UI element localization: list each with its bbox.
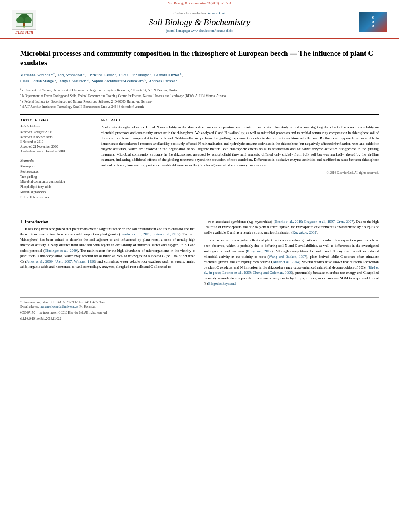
svg-point-2 <box>16 17 24 23</box>
author-stange: Claus Florian Stange <box>20 79 54 83</box>
intro-right-paragraph-2: Positive as well as negative effects of … <box>204 238 379 287</box>
ref-lambers: Lambers et al., 2009; Pinton et al., 200… <box>120 232 179 236</box>
ref-blagodatskaya: Blagodatskaya and <box>208 281 236 286</box>
keyword-3: Tree girdling <box>20 175 93 180</box>
doi-notice: doi:10.1016/j.soilbio.2010.11.022 <box>20 316 379 321</box>
ref-dennis: Dennis et al., 2010; Grayston et al., 19… <box>274 220 353 224</box>
keywords-label: Keywords: <box>20 159 93 162</box>
introduction-left-text: It has long been recognized that plant r… <box>20 226 195 270</box>
journal-citation: Soil Biology & Biochemistry 43 (2011) 55… <box>168 2 231 5</box>
keyword-6: Microbial processes <box>20 190 93 195</box>
author-zechmeister: Sophie Zechmeister-Boltenstern <box>92 79 144 83</box>
elsevier-label: ELSEVIER <box>15 31 33 35</box>
keyword-4: Microbial community composition <box>20 179 93 185</box>
svg-point-3 <box>25 17 32 23</box>
author-koranda: Marianne Koranda <box>20 73 50 77</box>
homepage-line: journal homepage: www.elsevier.com/locat… <box>40 29 359 33</box>
article-history-block: Article history: Received 3 August 2010 … <box>20 125 93 154</box>
introduction-right-column: root-associated symbionts (e.g. mycorrhi… <box>204 219 379 289</box>
received-date: Received 3 August 2010 <box>20 130 93 135</box>
email-link[interactable]: marianne.koranda@univie.ac.at <box>40 305 78 308</box>
abstract-paragraph: Plant roots strongly influence C and N a… <box>101 125 379 168</box>
author-sessitsch: Angela Sessitsch <box>59 79 86 83</box>
body-section: 1. Introduction It has long been recogni… <box>20 215 379 289</box>
svg-rect-4 <box>23 23 25 26</box>
keywords-list: Rhizosphere Root exudates Tree girdling … <box>20 164 93 200</box>
author-kaiser: Christina Kaiser <box>88 73 114 77</box>
introduction-right-text: root-associated symbionts (e.g. mycorrhi… <box>204 219 379 287</box>
intro-right-paragraph-1: root-associated symbionts (e.g. mycorrhi… <box>204 219 379 236</box>
keyword-5: Phospholipid fatty acids <box>20 185 93 190</box>
introduction-heading: 1. Introduction <box>20 219 195 224</box>
keyword-7: Extracellular enzymes <box>20 195 93 200</box>
abstract-text: Plant roots strongly influence C and N a… <box>101 125 379 175</box>
elsevier-tree-logo: 🌿 <box>12 10 36 30</box>
available-date: Available online 4 December 2010 <box>20 149 93 154</box>
keyword-1: Rhizosphere <box>20 164 93 169</box>
available-at-text: Contents lists available at ScienceDirec… <box>40 12 359 15</box>
ref-kuzyakov1: Kuzyakov, 2002 <box>292 230 316 234</box>
ref-hinsinger: Hinsinger et al., 2009 <box>45 249 77 253</box>
accepted-date: Accepted 21 November 2010 <box>20 144 93 149</box>
journal-header: 🌿 ELSEVIER Contents lists available at S… <box>0 6 399 39</box>
sbb-logo-section: SBB <box>359 12 391 32</box>
ref-wang: Wang and Bakken, 1997 <box>269 255 306 259</box>
author-richter: Andreas Richter <box>149 79 175 83</box>
journal-center-info: Contents lists available at ScienceDirec… <box>40 12 359 33</box>
affiliation-c: c c Federal Institute for Geosciences an… <box>20 99 379 104</box>
keyword-2: Root exudates <box>20 169 93 175</box>
science-direct-link[interactable]: ScienceDirect <box>208 12 226 15</box>
sbb-logo-image: SBB <box>359 12 387 32</box>
section-divider <box>20 210 379 210</box>
ref-butler: Butler et al., 2004 <box>273 260 299 264</box>
ref-bird: Bird et al., in press; Bottner et al., 1… <box>204 265 379 275</box>
issn-notice: 0038-0717/$ – see front matter © 2010 El… <box>20 310 379 315</box>
ref-jones: Jones et al., 2009; Uren, 2007; Whipps, … <box>26 259 95 263</box>
article-info-heading: ARTICLE INFO <box>20 119 93 122</box>
author-schnecker: Jörg Schnecker <box>58 73 82 77</box>
corresponding-author-note: * Corresponding author. Tel.: +43 650 97… <box>20 300 379 304</box>
affiliation-a: a a University of Vienna, Department of … <box>20 87 379 93</box>
intro-paragraph-1: It has long been recognized that plant r… <box>20 226 195 270</box>
article-info-column: ARTICLE INFO Article history: Received 3… <box>20 119 93 205</box>
homepage-url[interactable]: www.elsevier.com/locate/soilbio <box>191 29 233 33</box>
authors-line: Marianne Koranda a,*, Jörg Schnecker a, … <box>20 72 379 84</box>
keywords-block: Keywords: Rhizosphere Root exudates Tree… <box>20 159 93 200</box>
copyright-notice: © 2010 Elsevier Ltd. All rights reserved… <box>101 170 379 175</box>
introduction-left-column: 1. Introduction It has long been recogni… <box>20 219 195 289</box>
author-kitzler: Barbara Kitzler <box>154 73 179 77</box>
email-note: E-mail address: marianne.koranda@univie.… <box>20 304 379 309</box>
main-content: Microbial processes and community compos… <box>0 39 399 325</box>
info-abstract-columns: ARTICLE INFO Article history: Received 3… <box>20 114 379 205</box>
abstract-heading: ABSTRACT <box>101 119 379 122</box>
abstract-column: ABSTRACT Plant roots strongly influence … <box>101 119 379 205</box>
history-label: Article history: <box>20 125 93 128</box>
svg-text:🌿: 🌿 <box>23 25 26 28</box>
journal-citation-bar: Soil Biology & Biochemistry 43 (2011) 55… <box>0 0 399 6</box>
received-revised-date: Received in revised form 8 November 2010 <box>20 135 93 144</box>
author-fuchslueger: Lucia Fuchslueger <box>119 73 149 77</box>
journal-title: Soil Biology & Biochemistry <box>40 17 359 27</box>
article-title: Microbial processes and community compos… <box>20 49 379 68</box>
affiliation-b: b b Department of Forest Ecology and Soi… <box>20 93 379 99</box>
elsevier-logo-section: 🌿 ELSEVIER <box>8 10 40 35</box>
ref-kuzyakov2: Kuzyakov, 2002 <box>247 249 271 253</box>
affiliation-d: d d AIT Austrian Institute of Technology… <box>20 104 379 109</box>
footer-notes: * Corresponding author. Tel.: +43 650 97… <box>20 297 379 321</box>
affiliations-block: a a University of Vienna, Department of … <box>20 87 379 109</box>
